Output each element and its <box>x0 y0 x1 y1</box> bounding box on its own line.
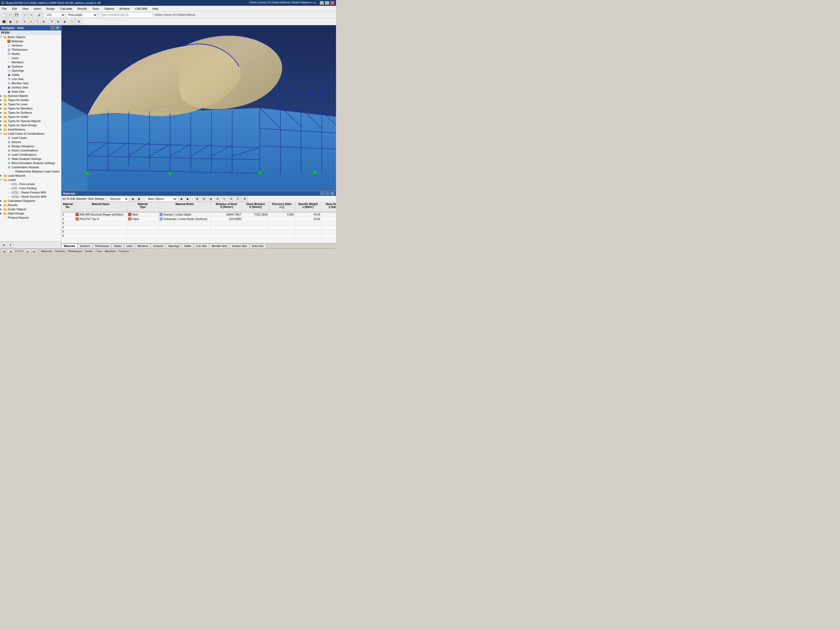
tab-surfaces[interactable]: Surfaces <box>151 243 166 248</box>
tab-solids[interactable]: Solids <box>182 243 193 248</box>
tab-surface-sets[interactable]: Surface Sets <box>230 243 249 248</box>
tree-item-calc-diagrams[interactable]: ▶Calculation Diagrams <box>0 199 61 203</box>
tab-member-sets[interactable]: Member Sets <box>209 243 229 248</box>
structure-dropdown[interactable]: Structure <box>107 196 129 202</box>
tree-item-lines[interactable]: /Lines <box>0 56 61 60</box>
tab-line-sets[interactable]: Line Sets <box>193 243 209 248</box>
tab-nodes[interactable]: Nodes <box>112 243 124 248</box>
tree-item-printout-reports[interactable]: 📄Printout Reports <box>0 216 61 220</box>
settings-btn[interactable]: ⚙ <box>76 19 82 24</box>
table-row[interactable]: 5 <box>62 230 336 234</box>
tree-arrow-calc-diagrams[interactable]: ▶ <box>0 199 3 202</box>
viewport[interactable] <box>62 25 336 191</box>
menu-item-cad-bim[interactable]: CAD-BIM <box>134 6 148 11</box>
search-input[interactable] <box>100 12 152 17</box>
tree-item-types-for-steel[interactable]: ▶Types for Steel Design <box>0 123 61 127</box>
view-label[interactable]: View <box>88 197 94 200</box>
nav-prev-btn[interactable]: ⊟ <box>1 242 6 248</box>
tree-item-guide-objects[interactable]: ▶Guide Objects <box>0 207 61 211</box>
table-btn-7[interactable]: Σ <box>235 196 241 202</box>
tree-item-solids[interactable]: ◼Solids <box>0 73 61 77</box>
tree-arrow-steel-design[interactable]: ▶ <box>0 212 3 215</box>
tree-arrow-basic-objects[interactable]: ▼ <box>0 36 3 38</box>
tree-item-lc12[interactable]: →LC12 - Viento Succion MIN <box>0 194 61 199</box>
tree-item-types-for-special[interactable]: ▶Types for Special Objects <box>0 119 61 123</box>
tree-arrow-guide-objects[interactable]: ▶ <box>0 208 3 210</box>
tree-item-load-combinations[interactable]: ⊞Load Combinations <box>0 153 61 157</box>
tab-members[interactable]: Members <box>135 243 151 248</box>
panel-max-btn[interactable]: □ <box>325 192 330 195</box>
shaded-btn[interactable]: ◑ <box>62 19 67 24</box>
redo-button[interactable]: ↪ <box>28 12 34 17</box>
tree-item-basic-objects[interactable]: ▼Basic Objects <box>0 35 61 39</box>
tree-arrow-types-for-members[interactable]: ▶ <box>0 107 3 110</box>
tree-item-load-wizards[interactable]: ▶Load Wizards <box>0 174 61 178</box>
tree-item-wind-simulation[interactable]: ⚙Wind Simulation Analysis Settings <box>0 161 61 165</box>
tab-materials[interactable]: Materials <box>62 243 77 248</box>
panel-close-btn[interactable]: ✕ <box>330 192 335 195</box>
close-button[interactable]: ✕ <box>330 1 335 5</box>
bo-prev-btn[interactable]: ◀ <box>178 196 184 202</box>
tree-arrow-results[interactable]: ▶ <box>0 204 3 206</box>
tree-item-types-for-solids[interactable]: ▶Types for Solids <box>0 115 61 119</box>
tree-item-steel-design[interactable]: ▶Steel Design <box>0 211 61 216</box>
print-button[interactable]: 🖨 <box>36 12 42 17</box>
table-row[interactable]: 4 <box>62 226 336 230</box>
tree-item-sections[interactable]: ⊏Sections <box>0 43 61 47</box>
pag-last[interactable]: ▶| <box>32 249 38 252</box>
next-btn[interactable]: ▶ <box>136 196 142 202</box>
view-btn-3[interactable]: ◫ <box>14 19 19 24</box>
table-row[interactable]: 6 <box>62 234 336 238</box>
xray-btn[interactable]: X <box>49 19 55 24</box>
tab-thicknesses[interactable]: Thicknesses <box>92 243 112 248</box>
tab-solid-sets[interactable]: Solid Sets <box>249 243 266 248</box>
pan-btn[interactable]: ✋ <box>28 19 34 24</box>
undo-button[interactable]: ↩ <box>22 12 28 17</box>
nav-close-btn[interactable]: ✕ <box>55 26 60 30</box>
view-btn-1[interactable]: ⬛ <box>1 19 7 24</box>
tree-item-design-situations[interactable]: ⊞Design Situations <box>0 144 61 148</box>
tree-item-thicknesses[interactable]: ▤Thicknesses <box>0 47 61 52</box>
table-btn-1[interactable]: ⊞ <box>194 196 200 202</box>
tree-arrow-imperfections[interactable]: ▶ <box>0 128 3 131</box>
tree-item-lc1[interactable]: →LC1 - Peso propio <box>0 182 61 186</box>
measure-btn[interactable]: 📐 <box>69 19 75 24</box>
menu-item-options[interactable]: Options <box>103 6 115 11</box>
tree-item-member-sets[interactable]: ⊟Member Sets <box>0 81 61 85</box>
lc-name-dropdown[interactable]: Peso propio <box>66 12 97 17</box>
tree-item-line-sets[interactable]: ⊟Line Sets <box>0 77 61 81</box>
bo-next-btn[interactable]: ▶ <box>185 196 191 202</box>
prev-btn[interactable]: ◀ <box>129 196 136 202</box>
menu-item-results[interactable]: Results <box>76 6 88 11</box>
selection-label[interactable]: Selection <box>76 197 87 200</box>
tree-item-actions[interactable]: ⊞Actions <box>0 140 61 144</box>
zoom-btn[interactable]: 🔍 <box>35 19 40 24</box>
menu-item-help[interactable]: Help <box>152 6 159 11</box>
table-btn-2[interactable]: ⊟ <box>201 196 207 202</box>
tab-openings[interactable]: Openings <box>166 243 182 248</box>
tree-item-nodes[interactable]: ⦿Nodes <box>0 52 61 56</box>
tree-arrow-load-cases-comb[interactable]: ▼ <box>0 132 3 135</box>
pag-first[interactable]: |◀ <box>1 249 7 252</box>
edit-label[interactable]: Edit <box>71 197 75 200</box>
tree-arrow-special-objects[interactable]: ▶ <box>0 95 3 97</box>
table-btn-6[interactable]: fx <box>228 196 234 202</box>
tree-item-relationship-load[interactable]: ↔Relationship Between Load Cases <box>0 169 61 174</box>
pag-prev[interactable]: ◀ <box>8 249 13 252</box>
table-row[interactable]: 2PES-PVC Typ IVFabricOrthotropic | Linea… <box>62 217 336 221</box>
tab-lines[interactable]: Lines <box>124 243 135 248</box>
tree-item-members[interactable]: /Members <box>0 60 61 64</box>
tree-arrow-types-for-special[interactable]: ▶ <box>0 120 3 122</box>
tree-arrow-types-for-lines[interactable]: ▶ <box>0 103 3 106</box>
basic-objects-dropdown[interactable]: Basic Objects <box>146 196 177 202</box>
view-btn-2[interactable]: ▦ <box>7 19 13 24</box>
table-btn-4[interactable]: ⊡ <box>215 196 221 202</box>
tree-item-load-cases[interactable]: ⊞Load Cases <box>0 136 61 140</box>
table-btn-3[interactable]: ⊠ <box>208 196 214 202</box>
pag-next[interactable]: ▶ <box>25 249 31 252</box>
tab-sections[interactable]: Sections <box>77 243 92 248</box>
tree-item-load-cases-comb[interactable]: ▼Load Cases & Combinations <box>0 131 61 136</box>
table-btn-5[interactable]: ≡ <box>221 196 227 202</box>
menu-item-file[interactable]: File <box>1 6 8 11</box>
rotate-btn[interactable]: ↻ <box>22 19 28 24</box>
